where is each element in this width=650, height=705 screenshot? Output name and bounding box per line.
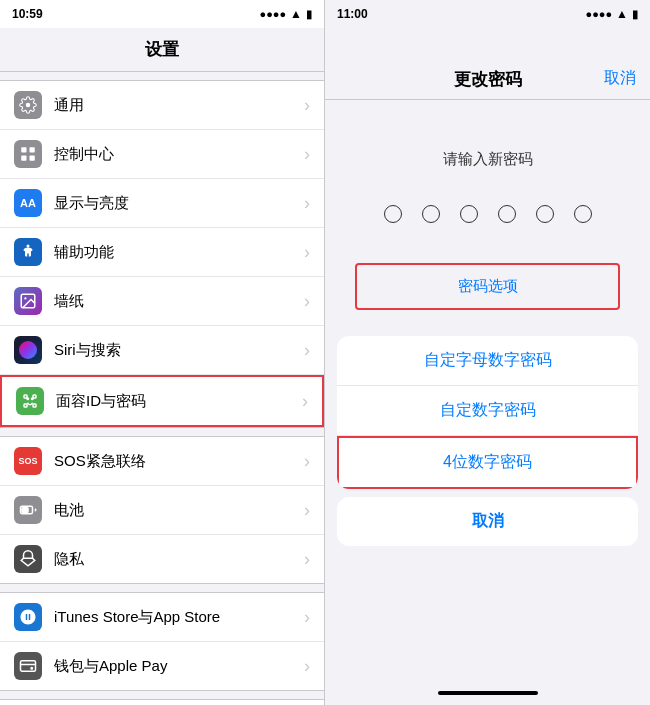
- siri-chevron: [304, 340, 310, 361]
- right-status-bar: 11:00 ●●●● ▲ ▮: [325, 0, 650, 28]
- wallpaper-label: 墙纸: [54, 292, 304, 311]
- cancel-nav-button[interactable]: 取消: [604, 68, 636, 89]
- accessibility-label: 辅助功能: [54, 243, 304, 262]
- settings-item-passwords[interactable]: 密码与帐户: [0, 700, 324, 705]
- svg-point-13: [32, 398, 34, 400]
- passcode-prompt: 请输入新密码: [325, 110, 650, 189]
- dot-1: [384, 205, 402, 223]
- display-icon: AA: [14, 189, 42, 217]
- cancel-sheet-button[interactable]: 取消: [337, 497, 638, 546]
- accessibility-chevron: [304, 242, 310, 263]
- settings-item-display[interactable]: AA 显示与亮度: [0, 179, 324, 228]
- svg-rect-1: [21, 147, 26, 152]
- wifi-icon: ▲: [290, 7, 302, 21]
- privacy-label: 隐私: [54, 550, 304, 569]
- svg-rect-10: [24, 404, 27, 407]
- settings-item-privacy[interactable]: 隐私: [0, 535, 324, 583]
- settings-item-wallpaper[interactable]: 墙纸: [0, 277, 324, 326]
- settings-item-control[interactable]: 控制中心: [0, 130, 324, 179]
- left-panel: 10:59 ●●●● ▲ ▮ 设置 通用 控制中心: [0, 0, 325, 705]
- svg-rect-2: [30, 147, 35, 152]
- right-nav-title: 更改密码: [454, 68, 522, 91]
- settings-item-battery[interactable]: 电池: [0, 486, 324, 535]
- svg-point-5: [27, 245, 30, 248]
- settings-item-sos[interactable]: SOS SOS紧急联络: [0, 437, 324, 486]
- left-nav-bar: 设置: [0, 28, 324, 72]
- dot-2: [422, 205, 440, 223]
- option-custom-alpha[interactable]: 自定字母数字密码: [337, 336, 638, 386]
- passcode-options-button[interactable]: 密码选项: [355, 263, 620, 310]
- display-label: 显示与亮度: [54, 194, 304, 213]
- left-time: 10:59: [12, 7, 43, 21]
- cancel-sheet: 取消: [337, 497, 638, 546]
- home-indicator-right: [325, 685, 650, 705]
- svg-rect-11: [33, 404, 36, 407]
- svg-point-7: [24, 297, 26, 299]
- right-panel: 11:00 ●●●● ▲ ▮ 更改密码 取消 请输入新密码 密码选项 自定字母数…: [325, 0, 650, 705]
- option-custom-numeric[interactable]: 自定数字密码: [337, 386, 638, 436]
- right-time: 11:00: [337, 7, 368, 21]
- battery-icon2: [14, 496, 42, 524]
- siri-icon: [14, 336, 42, 364]
- svg-point-12: [27, 398, 29, 400]
- right-signal-icon: ●●●●: [586, 8, 613, 20]
- general-icon: [14, 91, 42, 119]
- settings-item-appstore[interactable]: iTunes Store与App Store: [0, 593, 324, 642]
- battery-icon: ▮: [306, 8, 312, 21]
- right-battery-icon: ▮: [632, 8, 638, 21]
- faceid-chevron: [302, 391, 308, 412]
- settings-item-siri[interactable]: Siri与搜索: [0, 326, 324, 375]
- left-status-icons: ●●●● ▲ ▮: [260, 7, 312, 21]
- battery-label: 电池: [54, 501, 304, 520]
- wallpaper-chevron: [304, 291, 310, 312]
- privacy-icon: [14, 545, 42, 573]
- settings-item-accessibility[interactable]: 辅助功能: [0, 228, 324, 277]
- wallet-chevron: [304, 656, 310, 677]
- sos-label: SOS紧急联络: [54, 452, 304, 471]
- wallet-icon: [14, 652, 42, 680]
- control-label: 控制中心: [54, 145, 304, 164]
- settings-section-1: 通用 控制中心 AA 显示与亮度 辅助功: [0, 80, 324, 428]
- options-sheet: 自定字母数字密码 自定数字密码 4位数字密码: [337, 336, 638, 489]
- dot-6: [574, 205, 592, 223]
- settings-item-wallet[interactable]: 钱包与Apple Pay: [0, 642, 324, 690]
- settings-section-3: iTunes Store与App Store 钱包与Apple Pay: [0, 592, 324, 691]
- svg-rect-8: [24, 395, 27, 398]
- sos-icon: SOS: [14, 447, 42, 475]
- siri-label: Siri与搜索: [54, 341, 304, 360]
- privacy-chevron: [304, 549, 310, 570]
- accessibility-icon: [14, 238, 42, 266]
- svg-rect-16: [21, 661, 36, 672]
- sos-chevron: [304, 451, 310, 472]
- svg-rect-4: [30, 156, 35, 161]
- wallet-label: 钱包与Apple Pay: [54, 657, 304, 676]
- control-chevron: [304, 144, 310, 165]
- svg-rect-9: [33, 395, 36, 398]
- settings-list: 通用 控制中心 AA 显示与亮度 辅助功: [0, 72, 324, 705]
- left-nav-title: 设置: [145, 38, 179, 61]
- right-status-icons: ●●●● ▲ ▮: [586, 7, 638, 21]
- svg-rect-3: [21, 156, 26, 161]
- general-chevron: [304, 95, 310, 116]
- appstore-icon: [14, 603, 42, 631]
- svg-rect-15: [22, 508, 28, 513]
- dot-4: [498, 205, 516, 223]
- svg-point-17: [31, 668, 33, 670]
- right-nav-bar: 更改密码 取消: [325, 28, 650, 100]
- svg-point-0: [26, 103, 31, 108]
- option-4digit[interactable]: 4位数字密码: [337, 436, 638, 489]
- settings-section-2: SOS SOS紧急联络 电池 隐私: [0, 436, 324, 584]
- settings-item-faceid[interactable]: 面容ID与密码: [0, 375, 324, 427]
- wallpaper-icon: [14, 287, 42, 315]
- dot-5: [536, 205, 554, 223]
- home-bar: [438, 691, 538, 695]
- display-chevron: [304, 193, 310, 214]
- left-status-bar: 10:59 ●●●● ▲ ▮: [0, 0, 324, 28]
- faceid-label: 面容ID与密码: [56, 392, 302, 411]
- right-wifi-icon: ▲: [616, 7, 628, 21]
- appstore-chevron: [304, 607, 310, 628]
- battery-chevron: [304, 500, 310, 521]
- settings-section-4: 密码与帐户 邮件: [0, 699, 324, 705]
- settings-item-general[interactable]: 通用: [0, 81, 324, 130]
- control-icon: [14, 140, 42, 168]
